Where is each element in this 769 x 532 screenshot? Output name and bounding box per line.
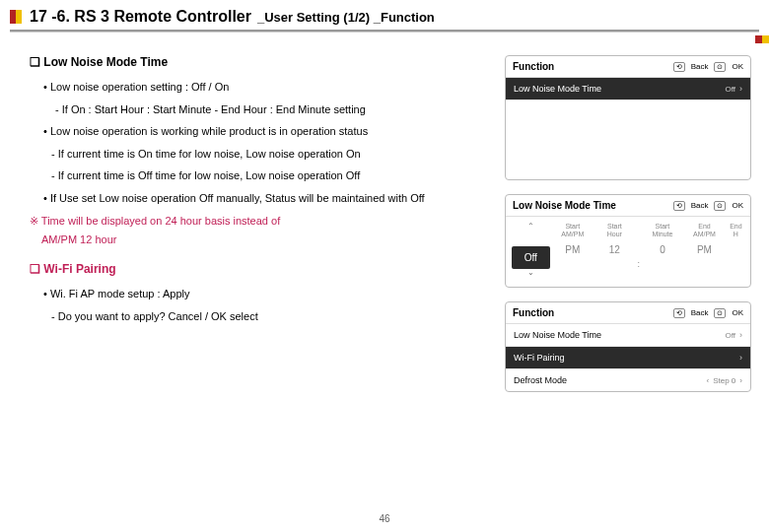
col-value: PM xyxy=(683,238,726,261)
note-text: ※ Time will be displayed on 24 hour basi… xyxy=(30,212,487,248)
panel-row-selected[interactable]: Wi-Fi Pairing › xyxy=(506,347,750,369)
col-lab2: AM/PM xyxy=(683,231,726,238)
back-icon: ⟲ xyxy=(673,201,685,211)
row-label: Defrost Mode xyxy=(514,375,567,385)
row-value: Off xyxy=(725,85,735,94)
time-col-end-hour-cut[interactable]: EndH xyxy=(726,223,746,277)
col-lab1: End xyxy=(683,223,726,231)
bullet-line: - Do you want to apply? Cancel / OK sele… xyxy=(51,308,487,325)
back-label: Back xyxy=(691,62,709,71)
time-col-start-hour[interactable]: StartHour 12 xyxy=(594,223,636,277)
text: - If current time is On time for low noi… xyxy=(51,146,361,163)
panel-header-actions: ⟲Back ⊙OK xyxy=(673,308,743,318)
panel-header-actions: ⟲Back ⊙OK xyxy=(673,201,743,211)
col-lab1: Start xyxy=(594,223,636,231)
ok-label: OK xyxy=(732,201,743,210)
chevron-left-icon[interactable]: ‹ xyxy=(707,376,710,385)
section-title-low-noise: ❑ Low Noise Mode Time xyxy=(30,55,487,69)
ok-icon: ⊙ xyxy=(714,201,726,211)
text: - If On : Start Hour : Start Minute - En… xyxy=(55,101,366,118)
row-value: Off xyxy=(725,331,735,340)
col-lab2: H xyxy=(726,231,746,238)
time-col-end-ampm[interactable]: EndAM/PM PM xyxy=(683,223,726,277)
row-label: Wi-Fi Pairing xyxy=(514,353,565,363)
device-panel-time: Low Noise Mode Time ⟲Back ⊙OK ⌃ Off ⌄ St… xyxy=(505,194,751,288)
side-marker-icon xyxy=(755,35,769,43)
right-column: Function ⟲Back ⊙OK Low Noise Mode Time O… xyxy=(505,55,751,392)
back-label: Back xyxy=(691,201,709,210)
col-lab2: Minute xyxy=(642,231,684,238)
panel-row[interactable]: Low Noise Mode Time Off› xyxy=(506,324,750,347)
col-value: 12 xyxy=(594,238,636,261)
text: - If current time is Off time for low no… xyxy=(51,167,360,184)
panel-header: Function ⟲Back ⊙OK xyxy=(506,302,750,324)
page-title-sub: _User Setting (1/2) _Function xyxy=(257,10,435,25)
title-marker-icon xyxy=(10,10,22,24)
back-label: Back xyxy=(691,308,709,317)
panel-title: Function xyxy=(513,61,554,72)
text: • Wi. Fi AP mode setup : Apply xyxy=(43,286,190,302)
col-lab1: Start xyxy=(552,223,594,231)
col-lab1: Start xyxy=(642,223,684,231)
panel-row[interactable]: Defrost Mode ‹ Step 0 › xyxy=(506,369,750,391)
col-value: PM xyxy=(552,238,594,261)
left-column: ❑ Low Noise Mode Time • Low noise operat… xyxy=(30,55,487,392)
ok-icon: ⊙ xyxy=(714,308,726,318)
device-panel-function-1: Function ⟲Back ⊙OK Low Noise Mode Time O… xyxy=(505,55,751,180)
panel-title: Low Noise Mode Time xyxy=(513,200,616,211)
chevron-right-icon: › xyxy=(739,84,742,94)
col-lab2: AM/PM xyxy=(552,231,594,238)
chevron-up-icon[interactable]: ⌃ xyxy=(510,223,552,231)
chevron-right-icon: › xyxy=(739,330,742,340)
section-title-wifi: ❑ Wi-Fi Pairing xyxy=(30,262,487,276)
ok-label: OK xyxy=(732,308,743,317)
col-lab2: Hour xyxy=(594,231,636,238)
bullet-line: - If On : Start Hour : Start Minute - En… xyxy=(55,101,487,118)
panel-header-actions: ⟲Back ⊙OK xyxy=(673,62,743,72)
col-lab1: End xyxy=(726,223,746,231)
time-columns: ⌃ Off ⌄ StartAM/PM PM StartHour 12 : Sta… xyxy=(506,217,750,287)
bullet-line: • Wi. Fi AP mode setup : Apply xyxy=(43,286,487,302)
bullet-line: • If Use set Low noise operation Off man… xyxy=(43,190,487,207)
back-icon: ⟲ xyxy=(673,308,685,318)
bullet-line: - If current time is Off time for low no… xyxy=(51,167,487,184)
bullet-line: - If current time is On time for low noi… xyxy=(51,146,487,163)
row-label: Low Noise Mode Time xyxy=(514,330,601,340)
note-line: ※ Time will be displayed on 24 hour basi… xyxy=(30,212,487,231)
text: - Do you want to apply? Cancel / OK sele… xyxy=(51,308,258,325)
ok-label: OK xyxy=(732,62,743,71)
row-label: Low Noise Mode Time xyxy=(514,84,601,94)
panel-row-selected[interactable]: Low Noise Mode Time Off› xyxy=(506,78,750,100)
bullet-line: • Low noise operation setting : Off / On xyxy=(43,79,487,96)
back-icon: ⟲ xyxy=(673,62,685,72)
page-title-main: 17 -6. RS 3 Remote Controller xyxy=(30,8,251,26)
chevron-right-icon: › xyxy=(739,353,742,363)
panel-empty-body xyxy=(506,100,750,179)
row-value: Step 0 xyxy=(713,376,735,385)
time-col-start-ampm[interactable]: StartAM/PM PM xyxy=(552,223,594,277)
device-panel-function-2: Function ⟲Back ⊙OK Low Noise Mode Time O… xyxy=(505,301,751,392)
chevron-down-icon[interactable]: ⌄ xyxy=(510,269,552,277)
col-value: 0 xyxy=(642,238,684,261)
chevron-right-icon[interactable]: › xyxy=(739,376,742,385)
time-col-start-minute[interactable]: StartMinute 0 xyxy=(642,223,684,277)
title-bar: 17 -6. RS 3 Remote Controller _User Sett… xyxy=(0,0,769,30)
note-line: AM/PM 12 hour xyxy=(41,231,487,249)
bullet-line: • Low noise operation is working while p… xyxy=(43,123,487,140)
text: • Low noise operation setting : Off / On xyxy=(43,79,229,96)
text: • Low noise operation is working while p… xyxy=(43,123,368,140)
page-number: 46 xyxy=(0,513,769,524)
panel-title: Function xyxy=(513,307,554,318)
text: • If Use set Low noise operation Off man… xyxy=(43,190,425,207)
time-col-onoff[interactable]: ⌃ Off ⌄ xyxy=(510,223,552,277)
ok-icon: ⊙ xyxy=(714,62,726,72)
panel-header: Low Noise Mode Time ⟲Back ⊙OK xyxy=(506,195,750,217)
panel-header: Function ⟲Back ⊙OK xyxy=(506,56,750,78)
content-area: ❑ Low Noise Mode Time • Low noise operat… xyxy=(0,32,769,392)
onoff-value: Off xyxy=(512,246,550,269)
